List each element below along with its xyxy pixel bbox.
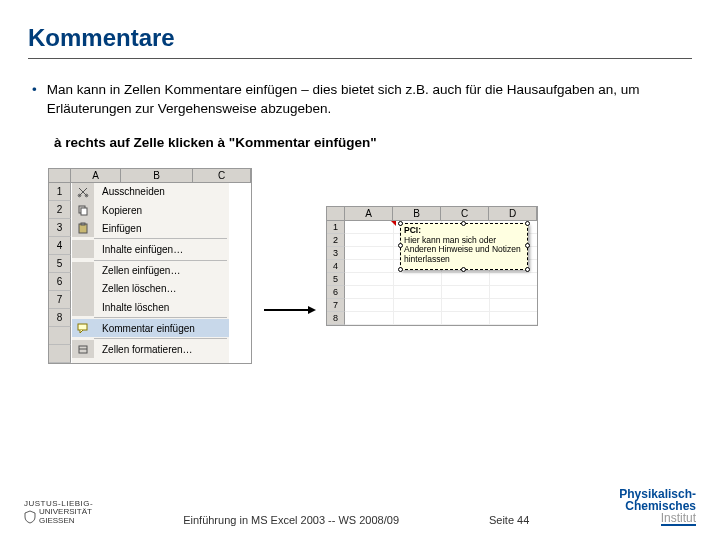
- ctx-cut[interactable]: Ausschneiden: [72, 183, 229, 201]
- page-title: Kommentare: [28, 24, 692, 52]
- svg-rect-3: [81, 208, 87, 215]
- row-numbers: 123 456 78: [49, 183, 71, 363]
- ctx-insert-cells[interactable]: Zellen einfügen…: [72, 262, 229, 280]
- bullet-dot: •: [32, 81, 37, 119]
- copy-icon: [72, 201, 94, 219]
- ctx-format[interactable]: Zellen formatieren…: [72, 340, 229, 358]
- screenshot-context-menu: A B C 123 456 78 Ausschneiden: [48, 168, 252, 364]
- column-headers-2: A B C D: [327, 207, 537, 221]
- ctx-paste[interactable]: Einfügen: [72, 219, 229, 237]
- footer: JUSTUS-LIEBIG- UNIVERSITÄTGIESSEN Einfüh…: [24, 488, 696, 526]
- scissors-icon: [72, 183, 94, 201]
- shield-icon: [24, 510, 36, 524]
- bullet-item: • Man kann in Zellen Kommentare einfügen…: [28, 81, 692, 119]
- bullet-text: Man kann in Zellen Kommentare einfügen –…: [47, 81, 692, 119]
- format-icon: [72, 340, 94, 358]
- comment-indicator-icon: [391, 221, 396, 226]
- paste-icon: [72, 219, 94, 237]
- page-number: Seite 44: [489, 514, 529, 526]
- column-headers: A B C: [49, 169, 251, 183]
- screenshot-comment: A B C D 123 456 78 PCI: Hi: [326, 206, 538, 326]
- divider: [28, 58, 692, 59]
- col-header-b: B: [121, 169, 193, 182]
- context-menu: Ausschneiden Kopieren Einfügen Inhalte e…: [71, 183, 229, 363]
- row-numbers-2: 123 456 78: [327, 221, 345, 325]
- col-header-a: A: [71, 169, 121, 182]
- col-header-c: C: [193, 169, 251, 182]
- ctx-paste-special[interactable]: Inhalte einfügen…: [72, 240, 229, 258]
- arrow-right-icon: [262, 301, 316, 311]
- sub-instruction: à rechts auf Zelle klicken à "Kommentar …: [54, 135, 692, 150]
- logo-giessen: JUSTUS-LIEBIG- UNIVERSITÄTGIESSEN: [24, 500, 93, 526]
- ctx-delete-cells[interactable]: Zellen löschen…: [72, 280, 229, 298]
- svg-marker-10: [308, 306, 316, 314]
- logo-pci: Physikalisch- Chemisches Institut: [619, 488, 696, 526]
- comment-icon: [72, 319, 94, 337]
- svg-rect-6: [78, 324, 87, 330]
- comment-box[interactable]: PCI: Hier kann man sich oder Anderen Hin…: [400, 223, 528, 270]
- footer-mid: Einführung in MS Excel 2003 -- WS 2008/0…: [183, 514, 399, 526]
- svg-rect-5: [81, 223, 85, 225]
- ctx-insert-comment[interactable]: Kommentar einfügen: [72, 319, 229, 337]
- comment-text: Hier kann man sich oder Anderen Hinweise…: [404, 235, 521, 265]
- ctx-clear[interactable]: Inhalte löschen: [72, 298, 229, 316]
- ctx-copy[interactable]: Kopieren: [72, 201, 229, 219]
